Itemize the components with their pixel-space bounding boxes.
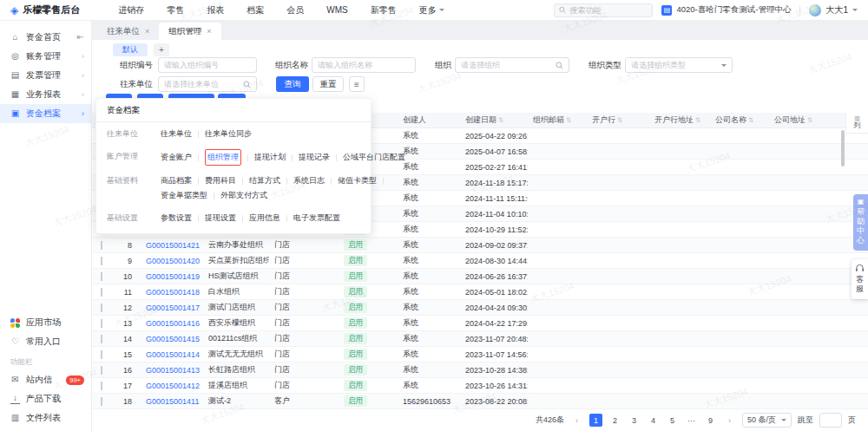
top-menu-item[interactable]: 新零售 (371, 4, 397, 16)
sort-icon[interactable]: ⇅ (617, 116, 622, 124)
row-checkbox[interactable] (101, 257, 102, 265)
page-button-5[interactable]: 5 (666, 414, 679, 427)
tab-往来单位[interactable]: 往来单位× (97, 23, 159, 40)
page-button-3[interactable]: 3 (628, 414, 641, 427)
tab-组织管理[interactable]: 组织管理× (159, 23, 220, 40)
row-checkbox[interactable] (101, 366, 102, 375)
menu-link-提现记录[interactable]: 提现记录 (299, 150, 330, 165)
page-size-select[interactable]: 50 条/页 (742, 413, 792, 428)
menu-link-资金单据类型[interactable]: 资金单据类型 (161, 188, 207, 203)
row-checkbox[interactable] (101, 350, 102, 359)
customer-service-tab[interactable]: 客服 (852, 259, 868, 299)
menu-link-往来单位[interactable]: 往来单位 (161, 127, 192, 141)
page-button-2[interactable]: 2 (608, 414, 621, 427)
row-checkbox[interactable] (101, 241, 102, 250)
sidebar-item-产品下载[interactable]: ↓产品下载 (0, 389, 91, 408)
sidebar-item-4[interactable]: ▣资金档案› (0, 104, 91, 123)
org-code-link[interactable]: G00015001420 (146, 257, 200, 265)
org-code-link[interactable]: G00015001416 (146, 319, 200, 328)
prev-page-button[interactable]: ‹ (570, 414, 583, 427)
sidebar-item-应用市场[interactable]: 应用市场 (0, 313, 91, 332)
menu-link-组织管理[interactable]: 组织管理 (205, 149, 241, 166)
menu-link-外部支付方式[interactable]: 外部支付方式 (220, 188, 267, 203)
row-checkbox[interactable] (101, 272, 102, 281)
close-icon[interactable]: × (145, 27, 149, 36)
column-settings-button[interactable]: ▥ 列 (845, 113, 868, 134)
table-scrollbar[interactable] (841, 130, 845, 167)
org-code-link[interactable]: G00015001421 (146, 241, 200, 250)
menu-link-电子发票配置[interactable]: 电子发票配置 (293, 211, 340, 225)
org-code-link[interactable]: G00015001415 (146, 335, 200, 343)
menu-link-参数设置[interactable]: 参数设置 (161, 211, 192, 225)
org-code-link[interactable]: G00015001417 (146, 304, 200, 312)
org-code-link[interactable]: G00015001413 (146, 366, 200, 375)
top-menu-item[interactable]: 会员 (286, 4, 304, 16)
menu-link-应用信息[interactable]: 应用信息 (249, 211, 280, 225)
row-checkbox[interactable] (101, 304, 102, 312)
add-view-button[interactable]: + (154, 43, 169, 56)
page-button-9[interactable]: 9 (704, 414, 717, 427)
top-menu-item[interactable]: 零售 (167, 4, 184, 16)
org-code-link[interactable]: G00015001411 (146, 397, 199, 406)
query-button[interactable]: 查询 (276, 76, 309, 92)
global-search-input[interactable] (569, 6, 648, 15)
jump-page-input[interactable] (819, 413, 842, 428)
page-button-1[interactable]: 1 (589, 414, 602, 427)
menu-link-提现设置[interactable]: 提现设置 (205, 211, 236, 225)
row-checkbox[interactable] (101, 335, 102, 343)
org-type-select[interactable]: 请选择组织类型 (625, 57, 733, 73)
top-menu-item[interactable]: 进销存 (118, 4, 144, 16)
next-page-button[interactable]: › (723, 414, 736, 427)
menu-link-结算方式[interactable]: 结算方式 (249, 173, 280, 188)
view-default-pill[interactable]: 默认 (113, 43, 148, 56)
collapse-sidebar-icon[interactable]: ⇤ (77, 33, 84, 42)
sort-icon[interactable]: ⇅ (566, 116, 571, 124)
top-menu-item[interactable]: WMS (326, 4, 347, 16)
sidebar-item-站内信[interactable]: ✉站内信99+ (0, 370, 91, 389)
row-checkbox[interactable] (101, 382, 102, 390)
top-menu-item[interactable]: 档案 (247, 4, 264, 16)
org-field[interactable]: 请选择组织 (455, 57, 569, 73)
list-view-button[interactable]: ≡ (349, 76, 365, 92)
menu-link-费用科目[interactable]: 费用科目 (205, 173, 236, 188)
sort-icon[interactable]: ⇅ (748, 116, 753, 124)
org-code-link[interactable]: G00015001419 (146, 272, 200, 281)
user-menu[interactable]: 大大1 (809, 4, 858, 16)
menu-link-商品档案[interactable]: 商品档案 (161, 173, 192, 188)
sort-icon[interactable]: ⇅ (695, 116, 700, 124)
org-code-link[interactable]: G00015001412 (146, 382, 200, 390)
partner-field[interactable]: 请选择往来单位 (158, 76, 257, 92)
close-icon[interactable]: × (207, 27, 211, 36)
row-checkbox[interactable] (101, 397, 102, 406)
menu-link-往来单位同步[interactable]: 往来单位同步 (205, 127, 252, 141)
page-button-4[interactable]: 4 (647, 414, 660, 427)
sort-icon[interactable]: ⇅ (498, 116, 503, 124)
sidebar-item-2[interactable]: ▤发票管理› (0, 66, 91, 85)
reset-button[interactable]: 重置 (312, 76, 344, 92)
menu-link-公域平台门店配置[interactable]: 公域平台门店配置 (343, 150, 405, 165)
org-name-field[interactable] (312, 57, 416, 73)
row-checkbox[interactable] (101, 319, 102, 328)
org-name-input[interactable] (318, 61, 410, 69)
menu-link-系统日志[interactable]: 系统日志 (293, 173, 325, 188)
menu-link-资金账户[interactable]: 资金账户 (161, 150, 192, 165)
top-menu-item[interactable]: 更多 (419, 4, 444, 16)
sidebar-item-3[interactable]: ▦业务报表› (0, 85, 91, 104)
org-code-input[interactable] (164, 61, 251, 69)
sidebar-item-0[interactable]: ⌂资金首页⇤ (0, 28, 91, 47)
org-switcher[interactable]: ▤ 4020-喜哈门零食测试-管理中心 (661, 4, 791, 16)
org-code-link[interactable]: G00015001414 (146, 350, 200, 359)
sidebar-item-文件列表[interactable]: ▥文件列表 (0, 408, 91, 428)
sort-icon[interactable]: ⇅ (807, 116, 812, 124)
help-center-tab[interactable]: ▣ 帮助中心 (853, 194, 868, 251)
org-code-link[interactable]: G00015001418 (146, 288, 200, 297)
menu-link-提现计划[interactable]: 提现计划 (254, 150, 286, 165)
global-search[interactable] (554, 3, 653, 17)
sidebar-item-1[interactable]: ◎账务管理› (0, 47, 91, 66)
row-checkbox[interactable] (101, 288, 102, 297)
top-menu-item[interactable]: 报表 (207, 4, 224, 16)
org-code-field[interactable] (158, 57, 257, 73)
sidebar-item-常用入口[interactable]: ♡常用入口 (0, 332, 91, 351)
org-name-cell: 买点菜折扣店组织 (203, 255, 269, 266)
menu-link-储值卡类型[interactable]: 储值卡类型 (338, 173, 377, 188)
